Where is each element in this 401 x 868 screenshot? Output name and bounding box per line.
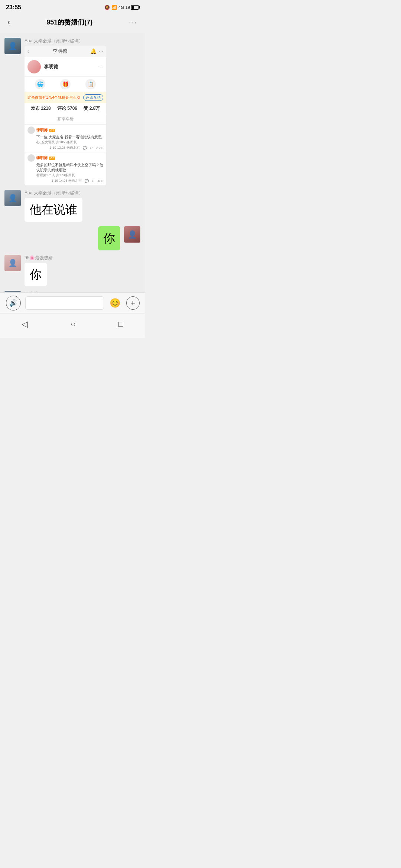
sender-name: Aaa.大奉必瀑（潮牌+v咨询） <box>25 190 83 196</box>
card-comment-2-sub: 看看第2个人 共173条回复 <box>36 173 103 178</box>
card-comment-2-share-icon: ↩ <box>92 179 95 183</box>
message-content: 25必爆 你 <box>25 291 47 292</box>
card-comments-num: 评论 5706 <box>57 105 77 112</box>
chat-area: 👤 Aaa.大奉必瀑（潮牌+v咨询） ‹ 李明德 🔔 ··· 李明德 ··· <box>0 33 145 292</box>
card-promo-text: 此条微博有1754个钱粉参与互动 <box>27 95 80 100</box>
nav-recent-button[interactable]: □ <box>110 316 132 332</box>
card-action-gift: 🎁 <box>60 79 71 89</box>
status-time: 23:55 <box>6 4 21 11</box>
emoji-icon: 😊 <box>110 298 121 308</box>
status-bar: 23:55 🔕 📶 4G 19 <box>0 0 145 13</box>
card-comment-1-text: 下一位 大家点名 我看一看谁比较有意思 <box>36 135 103 140</box>
card-comment-2: 李明德 VIP 最多的那位不就是精和小伙上空了吗？他认识学儿妈就唱歌 看看第2个… <box>25 152 106 185</box>
card-stats: 发布 1218 评论 5706 赞 2.8万 <box>25 103 106 114</box>
voice-button[interactable]: 🔊 <box>6 296 21 310</box>
message-row: 👤 你 <box>0 224 145 253</box>
sender-name: 25必爆 <box>25 291 47 292</box>
card-more-icon: ··· <box>99 48 103 54</box>
shared-card-bubble[interactable]: ‹ 李明德 🔔 ··· 李明德 ··· 🌐 <box>25 46 106 185</box>
card-stat-comments: 评论 5706 <box>57 105 77 112</box>
card-action-weibo: 🌐 <box>35 79 45 89</box>
card-username: 李明德 <box>32 48 88 55</box>
card-comment-2-avatar <box>27 154 35 162</box>
add-button[interactable]: + <box>126 296 140 310</box>
card-action-share: 📋 <box>85 79 96 89</box>
bottom-bar: 🔊 😊 + <box>0 292 145 313</box>
status-icons: 🔕 📶 4G 19 <box>104 5 139 10</box>
battery-indicator: 19 <box>125 5 139 10</box>
card-follow-button[interactable]: ··· <box>100 65 103 69</box>
card-promo-button[interactable]: 评论互动 <box>83 94 103 101</box>
card-comment-2-reply-icon: 💬 <box>85 179 89 183</box>
voice-icon: 🔊 <box>9 299 17 307</box>
message-bubble: 你 <box>25 263 47 287</box>
wifi-icon: 📶 <box>111 5 117 10</box>
message-row: 👤 95🌸最强赘婿 你 <box>0 253 145 289</box>
battery-level: 19 <box>125 5 130 10</box>
battery-box <box>131 5 139 10</box>
message-content: Aaa.大奉必瀑（潮牌+v咨询） 他在说谁 <box>25 190 83 222</box>
card-bell-icon: 🔔 <box>90 48 97 54</box>
card-share-icon: 📋 <box>85 79 96 89</box>
avatar: 👤 <box>4 190 21 206</box>
nav-bar: ◁ ○ □ <box>0 313 145 338</box>
card-profile-name: 李明德 <box>44 63 58 70</box>
message-text: 你 <box>103 231 115 245</box>
avatar: 👤 <box>4 38 21 54</box>
message-bubble: 你 <box>98 226 120 250</box>
back-button[interactable]: ‹ <box>6 16 12 29</box>
card-comment-1-time: 1-19 13:28 来自北京 <box>49 145 80 150</box>
header: ‹ 951的赘婿们(7) ··· <box>0 13 145 33</box>
card-posts-num: 发布 1218 <box>31 105 51 112</box>
card-actions: 🌐 🎁 📋 <box>25 76 106 92</box>
card-comment-1-actions: 1-19 13:28 来自北京 💬 ↩ 2536 <box>27 145 103 150</box>
card-comment-2-name: 李明德 <box>36 155 48 161</box>
battery-fill <box>131 6 134 9</box>
card-profile-row: 李明德 ··· <box>25 57 106 76</box>
card-comment-1-share-icon: ↩ <box>90 146 93 150</box>
card-comment-2-time: 1-19 14:03 来自北京 <box>51 178 82 183</box>
card-comment-1-badge: VIP <box>49 129 55 132</box>
card-stat-likes: 赞 2.8万 <box>84 105 100 112</box>
card-header: ‹ 李明德 🔔 ··· <box>25 46 106 57</box>
card-likes-num: 赞 2.8万 <box>84 105 100 112</box>
add-icon: + <box>130 298 136 308</box>
card-comment-1-header: 李明德 VIP <box>27 126 103 134</box>
card-comment-1-sub: 心_全女警队 共1855条回复 <box>36 140 103 145</box>
card-stat-posts: 发布 1218 <box>31 105 51 112</box>
card-promo: 此条微博有1754个钱粉参与互动 评论互动 <box>25 92 106 103</box>
card-comment-2-likes: 406 <box>98 179 103 183</box>
nav-home-button[interactable]: ○ <box>62 316 84 332</box>
message-row: 👤 Aaa.大奉必瀑（潮牌+v咨询） ‹ 李明德 🔔 ··· 李明德 ··· <box>0 36 145 188</box>
message-content: Aaa.大奉必瀑（潮牌+v咨询） ‹ 李明德 🔔 ··· 李明德 ··· <box>25 38 106 185</box>
card-weibo-icon: 🌐 <box>35 79 45 89</box>
card-header-icons: 🔔 ··· <box>90 48 103 54</box>
card-comment-1-avatar <box>27 126 35 134</box>
card-comment-1: 李明德 VIP 下一位 大家点名 我看一看谁比较有意思 心_全女警队 共1855… <box>25 125 106 152</box>
sender-name: 95🌸最强赘婿 <box>25 255 53 261</box>
card-back-icon: ‹ <box>27 48 29 54</box>
sender-name: Aaa.大奉必瀑（潮牌+v咨询） <box>25 38 106 44</box>
message-row: 👤 Aaa.大奉必瀑（潮牌+v咨询） 他在说谁 <box>0 188 145 224</box>
message-text: 你 <box>30 268 42 281</box>
card-gift-icon: 🎁 <box>60 79 71 89</box>
card-open-button[interactable]: 开享夺赞 <box>25 114 106 125</box>
emoji-button[interactable]: 😊 <box>108 296 122 310</box>
avatar: 👤 <box>124 226 140 243</box>
message-content: 你 <box>98 226 120 250</box>
card-avatar <box>27 60 41 73</box>
message-input[interactable] <box>25 296 104 310</box>
message-row: 👤 25必爆 你 <box>0 289 145 292</box>
avatar: 👤 <box>4 291 21 292</box>
card-comment-1-reply-icon: 💬 <box>83 146 87 150</box>
message-text: 他在说谁 <box>30 203 77 216</box>
card-comment-1-name: 李明德 <box>36 128 48 133</box>
card-comment-2-badge: VIP <box>49 157 55 160</box>
avatar: 👤 <box>4 255 21 271</box>
more-button[interactable]: ··· <box>127 17 139 28</box>
signal-icon: 4G <box>118 5 124 10</box>
card-comment-1-likes: 2536 <box>96 146 103 150</box>
message-bubble: 他在说谁 <box>25 198 82 222</box>
message-content: 95🌸最强赘婿 你 <box>25 255 53 287</box>
nav-back-button[interactable]: ◁ <box>13 316 37 332</box>
